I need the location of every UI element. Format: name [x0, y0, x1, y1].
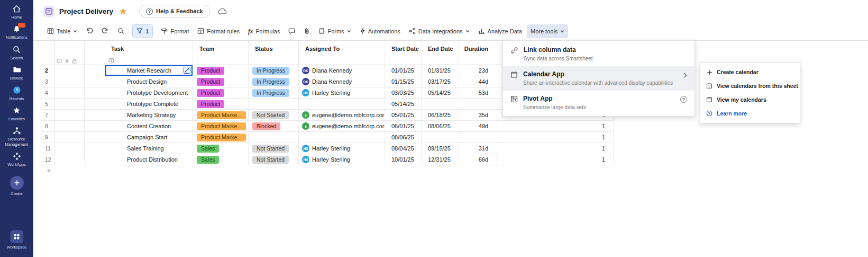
submenu-item-view-calendars-from-sheet[interactable]: View calendars from this sheet: [700, 79, 800, 93]
sidebar-item-workapps[interactable]: WorkApps: [0, 152, 33, 167]
sidebar-item-create[interactable]: Create: [0, 176, 33, 196]
team-cell[interactable]: Sales: [193, 143, 249, 154]
undo-button[interactable]: [82, 24, 97, 38]
sidebar-item-home[interactable]: Home: [0, 4, 33, 20]
row-number[interactable]: 8: [41, 121, 54, 131]
assigned-to-cell[interactable]: DK Diana Kennedy: [299, 76, 385, 87]
team-cell[interactable]: Product: [193, 76, 249, 87]
task-cell[interactable]: Product Distribution: [85, 154, 193, 165]
analyze-data-button[interactable]: Analyze Data: [474, 24, 526, 38]
status-cell[interactable]: Not Started: [249, 143, 299, 154]
start-date-cell[interactable]: 05/01/25: [385, 110, 422, 120]
duration-cell[interactable]: 53d: [459, 87, 497, 98]
task-cell[interactable]: Marketing Strategy: [85, 110, 193, 120]
submenu-item-create-calendar[interactable]: Create calendar: [700, 65, 800, 79]
team-cell[interactable]: Product: [193, 99, 249, 109]
column-header-assigned-to[interactable]: Assigned To: [299, 41, 385, 57]
assigned-to-cell[interactable]: HS Harley Sterling: [299, 87, 385, 98]
forms-button[interactable]: Forms: [315, 24, 354, 38]
duration-cell[interactable]: 35d: [459, 110, 497, 120]
assigned-to-cell[interactable]: HS Harley Sterling: [299, 143, 385, 154]
sidebar-item-favorites[interactable]: Favorites: [0, 106, 33, 121]
format-button[interactable]: Format: [157, 24, 193, 38]
duration-cell[interactable]: 49d: [459, 121, 497, 131]
assigned-to-cell[interactable]: HS Harley Sterling: [299, 154, 385, 165]
assigned-to-cell[interactable]: [299, 132, 385, 143]
formulas-button[interactable]: fx Formulas: [244, 24, 284, 38]
redo-button[interactable]: [98, 24, 113, 38]
favorite-star-icon[interactable]: [119, 7, 127, 15]
automations-button[interactable]: Automations: [356, 24, 404, 38]
team-cell[interactable]: Product: [193, 87, 249, 98]
column-header-duration[interactable]: Duration: [459, 41, 497, 57]
duration-cell[interactable]: 23d: [459, 65, 497, 76]
table-row[interactable]: 9 Campaign Start Product Marke...: [41, 132, 614, 143]
team-cell[interactable]: Product Marke...: [193, 121, 249, 131]
sidebar-item-notifications[interactable]: Notifications: [0, 24, 33, 40]
table-row[interactable]: 12 Product Distribution Sales Not Starte…: [41, 154, 614, 165]
sidebar-item-recents[interactable]: Recents: [0, 86, 33, 101]
team-cell[interactable]: Sales: [193, 154, 249, 165]
end-date-cell[interactable]: 09/15/25: [422, 143, 459, 154]
p-cell[interactable]: 1: [497, 121, 614, 131]
duration-cell[interactable]: 66d: [459, 154, 497, 165]
end-date-cell[interactable]: 03/17/25: [422, 76, 459, 87]
table-row[interactable]: 11 Sales Training Sales Not Started: [41, 143, 614, 154]
end-date-cell[interactable]: 12/31/25: [422, 154, 459, 165]
task-cell[interactable]: Content Creation: [85, 121, 193, 131]
comments-button[interactable]: [285, 24, 299, 38]
assigned-to-cell[interactable]: [299, 99, 385, 109]
row-number[interactable]: 4: [41, 87, 54, 98]
column-header-end-date[interactable]: End Date: [422, 41, 459, 57]
row-number[interactable]: 9: [41, 132, 54, 143]
format-rules-button[interactable]: Format rules: [194, 24, 243, 38]
row-number[interactable]: 2: [41, 65, 54, 76]
data-integrations-button[interactable]: Data Integrations: [405, 24, 473, 38]
row-number[interactable]: 5: [41, 99, 54, 109]
task-cell[interactable]: Prototype Development: [85, 87, 193, 98]
duration-cell[interactable]: 31d: [459, 143, 497, 154]
duration-cell[interactable]: [459, 99, 497, 109]
assigned-to-cell[interactable]: DK Diana Kennedy: [299, 65, 385, 76]
column-header-start-date[interactable]: Start Date: [385, 41, 422, 57]
sidebar-item-workspace[interactable]: Workspace: [0, 231, 33, 250]
end-date-cell[interactable]: 08/06/25: [422, 121, 459, 131]
row-number[interactable]: 11: [41, 143, 54, 154]
sidebar-item-browse[interactable]: Browse: [0, 65, 33, 81]
duration-cell[interactable]: [459, 132, 497, 143]
submenu-item-learn-more[interactable]: Learn more: [700, 107, 800, 120]
submenu-item-view-my-calendars[interactable]: View my calendars: [700, 93, 800, 107]
status-cell[interactable]: Blocked: [249, 121, 299, 131]
view-selector-table[interactable]: Table: [43, 24, 81, 38]
menu-item-calendar-app[interactable]: Calendar App Share an interactive calend…: [503, 66, 695, 91]
pivot-help-icon[interactable]: ?: [680, 96, 687, 103]
task-cell[interactable]: Market Research: [85, 65, 193, 76]
team-cell[interactable]: Product: [193, 65, 249, 76]
header-corner[interactable]: [41, 41, 54, 57]
p-cell[interactable]: 1: [497, 154, 614, 165]
attachment-column-icon[interactable]: [65, 57, 69, 65]
task-cell[interactable]: Sales Training: [85, 143, 193, 154]
row-number[interactable]: 3: [41, 76, 54, 87]
start-date-cell[interactable]: 08/06/25: [385, 132, 422, 143]
more-tools-button[interactable]: More tools: [527, 24, 568, 38]
p-cell[interactable]: 1: [497, 132, 614, 143]
end-date-cell[interactable]: [422, 99, 459, 109]
sidebar-item-resource-management[interactable]: Resource Management: [0, 126, 33, 147]
menu-item-link-column-data[interactable]: Link column data Sync data across Smarts…: [503, 42, 695, 66]
end-date-cell[interactable]: 05/14/25: [422, 87, 459, 98]
row-number[interactable]: 7: [41, 110, 54, 120]
filter-button[interactable]: 1: [132, 24, 153, 38]
table-row[interactable]: 8 Content Creation Product Marke... Bloc…: [41, 121, 614, 132]
assigned-to-cell[interactable]: e eugene@demo.mbfcorp.cor: [299, 110, 385, 120]
sidebar-item-search[interactable]: Search: [0, 45, 33, 60]
column-header-task[interactable]: Task: [85, 41, 193, 57]
help-feedback-button[interactable]: ? Help & Feedback: [139, 5, 210, 17]
p-cell[interactable]: 1: [497, 143, 614, 154]
assigned-to-cell[interactable]: e eugene@demo.mbfcorp.cor: [299, 121, 385, 131]
status-cell[interactable]: In Progress: [249, 76, 299, 87]
start-date-cell[interactable]: 06/01/25: [385, 121, 422, 131]
row-number[interactable]: 12: [41, 154, 54, 165]
column-header-status[interactable]: Status: [249, 41, 299, 57]
status-cell[interactable]: [249, 99, 299, 109]
